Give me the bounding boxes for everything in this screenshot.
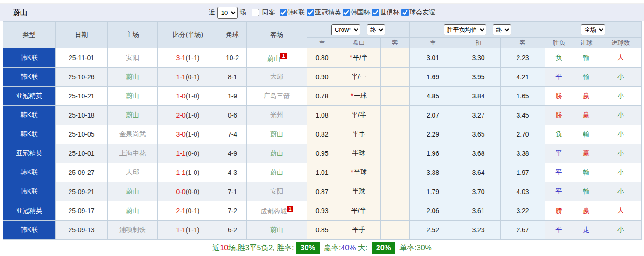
summary-text: 30% (417, 244, 432, 252)
away-team-link[interactable]: 蔚山 (270, 149, 283, 157)
europe-company-select[interactable]: 胜平负均值 (444, 24, 486, 35)
home-team-link[interactable]: 蔚山 (126, 92, 139, 99)
summary-text: 场,胜3平5负2, 胜率: (228, 244, 294, 252)
euro-draw-odds-cell: 3.64 (456, 163, 501, 182)
corner-cell: 1-9 (218, 87, 247, 106)
date-cell: 25-10-21 (56, 87, 108, 106)
league-type-cell[interactable]: 亚冠精英 (3, 87, 56, 106)
away-team-cell: 大邱 (247, 68, 307, 87)
league-type-cell[interactable]: 韩K联 (3, 221, 56, 240)
asia-handicap-cell: *平/半 (337, 48, 381, 68)
goals-cell: 大 (600, 48, 642, 68)
league-filter-4[interactable]: 球会友谊 (399, 8, 435, 17)
euro-away-odds-cell: 4.21 (501, 68, 545, 87)
handicap-star: * (351, 168, 353, 176)
halftime-score: (1-0) (186, 111, 200, 119)
fulltime-score: 1-1 (176, 169, 186, 176)
summary-text: 10 (220, 244, 228, 252)
league-type-cell[interactable]: 韩K联 (3, 125, 56, 144)
euro-away-odds-cell: 3.38 (501, 144, 545, 163)
league-checkbox-2[interactable] (343, 9, 350, 16)
league-label: 韩国杯 (350, 8, 370, 17)
give-result-cell: 赢 (573, 201, 600, 221)
same-venue-checkbox[interactable] (252, 9, 259, 16)
away-team-cell: 蔚山1 (247, 48, 307, 68)
away-team-link[interactable]: 蔚山 (270, 168, 283, 176)
euro-draw-odds-cell: 3.65 (456, 125, 501, 144)
europe-time-select[interactable]: 终 (493, 24, 511, 35)
fulltime-score: 0-0 (176, 188, 186, 195)
header-band: 蔚山 近 10 场 同客 韩K联亚冠精英韩国杯世俱杯球会友谊 (0, 4, 644, 21)
result-cell: 勝 (545, 201, 573, 221)
euro-away-odds-cell: 3.22 (501, 201, 545, 221)
league-filter-3[interactable]: 世俱杯 (370, 8, 399, 17)
league-type-cell[interactable]: 韩K联 (3, 182, 56, 201)
asia-odds-header: Crow* 终 (307, 22, 410, 38)
asia-time-select[interactable]: 终 (367, 24, 385, 35)
away-team-cell: 广岛三箭 (247, 87, 307, 106)
league-type-cell[interactable]: 韩K联 (3, 106, 56, 125)
fullmatch-select[interactable]: 全场 (581, 24, 605, 35)
home-team-link[interactable]: 蔚山 (126, 187, 139, 195)
away-team-cell: 成都蓉城1 (247, 201, 307, 221)
away-team-cell: 光州 (247, 106, 307, 125)
near-label: 近 (209, 8, 215, 17)
league-type-cell[interactable]: 韩K联 (3, 68, 56, 87)
score-cell: 3-0(1-0) (158, 125, 218, 144)
asia-home-odds-cell: 0.85 (307, 221, 337, 240)
halftime-score: (1-0) (186, 169, 200, 176)
away-team-link[interactable]: 成都蓉城 (260, 207, 287, 214)
percentage-badge: 30% (296, 242, 320, 254)
euro-away-odds-cell: 2.67 (501, 221, 545, 240)
league-checkbox-4[interactable] (401, 9, 409, 16)
away-team-link[interactable]: 广岛三箭 (264, 92, 290, 99)
home-team-link[interactable]: 蔚山 (126, 111, 139, 118)
home-team-link[interactable]: 安阳 (126, 54, 139, 61)
league-filter-0[interactable]: 韩K联 (278, 8, 305, 17)
away-team-link[interactable]: 蔚山 (270, 226, 283, 233)
asia-company-select[interactable]: Crow* (331, 24, 360, 35)
league-checkbox-0[interactable] (280, 9, 287, 16)
away-team-link[interactable]: 大邱 (270, 73, 283, 80)
result-cell: 平 (545, 221, 573, 240)
euro-draw-odds-cell: 3.61 (456, 201, 501, 221)
euro-home-odds-cell: 2.52 (410, 221, 456, 240)
summary-text: 大: (356, 244, 369, 252)
euro-draw-odds-cell: 3.84 (456, 87, 501, 106)
sub-header-asia-away: 客 (381, 38, 410, 48)
league-checkbox-3[interactable] (372, 9, 379, 16)
league-type-cell[interactable]: 韩K联 (3, 48, 56, 68)
match-count-select[interactable]: 10 (217, 7, 238, 19)
home-team-link[interactable]: 蔚山 (126, 207, 139, 214)
home-team-link[interactable]: 大邱 (126, 168, 139, 176)
league-filter-1[interactable]: 亚冠精英 (305, 8, 341, 17)
away-team-link[interactable]: 光州 (270, 111, 283, 118)
summary-text: 赢率: (322, 244, 341, 252)
league-type-cell[interactable]: 亚冠精英 (3, 201, 56, 221)
asia-away-odds-cell (381, 48, 410, 68)
give-result-cell: 輸 (573, 125, 600, 144)
away-team-link[interactable]: 蔚山 (267, 54, 280, 62)
sub-header-result: 胜负 (545, 38, 573, 48)
asia-handicap-cell: 半球 (337, 182, 381, 201)
home-team-link[interactable]: 金泉尚武 (119, 130, 146, 138)
league-checkbox-1[interactable] (307, 9, 314, 16)
result-cell: 负 (545, 48, 573, 68)
table-row: 韩K联 25-10-18 蔚山 2-0(1-0) 0-6 光州 1.08 平/半… (3, 106, 642, 125)
home-team-link[interactable]: 浦项制铁 (119, 226, 146, 233)
home-team-link[interactable]: 蔚山 (126, 73, 139, 80)
league-type-cell[interactable]: 亚冠精英 (3, 144, 56, 163)
summary-footer: 近10场,胜3平5负2, 胜率:30% 赢率:40% 大: 20% 单率:30% (3, 240, 641, 256)
away-team-link[interactable]: 蔚山 (270, 130, 283, 138)
away-team-link[interactable]: 安阳 (270, 187, 283, 195)
league-filter-2[interactable]: 韩国杯 (341, 8, 370, 17)
league-type-cell[interactable]: 韩K联 (3, 163, 56, 182)
score-cell: 1-0(1-0) (158, 87, 218, 106)
table-row: 韩K联 25-11-01 安阳 3-1(1-1) 10-2 蔚山1 0.80 *… (3, 48, 642, 68)
date-cell: 25-10-05 (56, 125, 108, 144)
fulltime-score: 2-1 (176, 207, 186, 214)
col-header-corner: 角球 (218, 22, 247, 48)
home-team-link[interactable]: 上海申花 (119, 149, 146, 157)
euro-away-odds-cell: 1.65 (501, 87, 545, 106)
league-label: 球会友谊 (409, 8, 435, 17)
